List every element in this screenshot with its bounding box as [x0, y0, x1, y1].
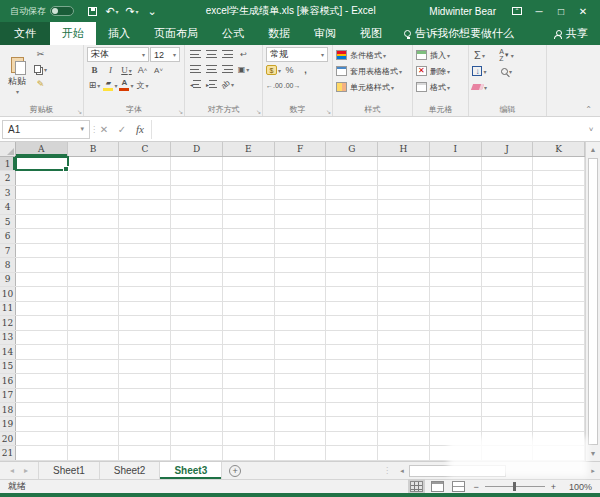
row-header-5[interactable]: 5 — [0, 215, 16, 228]
cell-G21[interactable] — [326, 446, 378, 459]
page-break-view-button[interactable] — [452, 481, 465, 492]
cell-A14[interactable] — [16, 345, 68, 358]
cell-K13[interactable] — [533, 331, 585, 344]
enter-button[interactable]: ✓ — [113, 124, 131, 135]
increase-decimal-button[interactable]: ←.00 — [266, 78, 283, 92]
cell-C5[interactable] — [119, 215, 171, 228]
scroll-right-icon[interactable]: ▸ — [586, 467, 600, 475]
cell-I5[interactable] — [430, 215, 482, 228]
prev-sheet-icon[interactable]: ◂ — [10, 466, 14, 475]
cell-H20[interactable] — [378, 432, 430, 445]
ribbon-display-options-button[interactable]: ⌃ — [506, 3, 528, 19]
cell-B5[interactable] — [68, 215, 120, 228]
cell-K19[interactable] — [533, 417, 585, 430]
cell-K4[interactable] — [533, 200, 585, 213]
cell-D2[interactable] — [171, 171, 223, 184]
cell-C7[interactable] — [119, 244, 171, 257]
column-header-F[interactable]: F — [275, 142, 327, 156]
cell-A7[interactable] — [16, 244, 68, 257]
cell-G2[interactable] — [326, 171, 378, 184]
cell-I2[interactable] — [430, 171, 482, 184]
cell-B3[interactable] — [68, 186, 120, 199]
cell-E5[interactable] — [223, 215, 275, 228]
cell-F1[interactable] — [275, 157, 327, 170]
phonetic-guide-button[interactable]: 文 — [135, 78, 150, 92]
cell-G19[interactable] — [326, 417, 378, 430]
column-header-H[interactable]: H — [378, 142, 430, 156]
vertical-scrollbar[interactable]: ▲ ▼ — [585, 142, 600, 461]
cell-H13[interactable] — [378, 331, 430, 344]
align-right-button[interactable] — [220, 62, 235, 76]
cell-B19[interactable] — [68, 417, 120, 430]
align-middle-button[interactable] — [204, 47, 219, 61]
cell-H7[interactable] — [378, 244, 430, 257]
cell-A19[interactable] — [16, 417, 68, 430]
account-name[interactable]: Midwinter Bear — [429, 6, 496, 17]
cell-E4[interactable] — [223, 200, 275, 213]
cell-F10[interactable] — [275, 287, 327, 300]
cell-D14[interactable] — [171, 345, 223, 358]
cell-K1[interactable] — [533, 157, 585, 170]
cell-G12[interactable] — [326, 316, 378, 329]
underline-button[interactable]: U — [119, 63, 134, 77]
cell-B16[interactable] — [68, 374, 120, 387]
decrease-indent-button[interactable]: ◂ — [188, 77, 203, 91]
formula-bar-expand-button[interactable]: ˅ — [584, 125, 598, 134]
select-all-corner[interactable] — [0, 142, 16, 156]
cell-H8[interactable] — [378, 258, 430, 271]
align-bottom-button[interactable] — [220, 47, 235, 61]
zoom-slider[interactable] — [485, 486, 545, 487]
cell-A15[interactable] — [16, 360, 68, 373]
cell-G7[interactable] — [326, 244, 378, 257]
cell-A6[interactable] — [16, 229, 68, 242]
cell-I15[interactable] — [430, 360, 482, 373]
normal-view-button[interactable] — [410, 481, 423, 492]
cell-K9[interactable] — [533, 273, 585, 286]
row-header-15[interactable]: 15 — [0, 360, 16, 373]
cell-B21[interactable] — [68, 446, 120, 459]
cell-H18[interactable] — [378, 403, 430, 416]
cell-K11[interactable] — [533, 302, 585, 315]
cell-E2[interactable] — [223, 171, 275, 184]
cell-A21[interactable] — [16, 446, 68, 459]
cell-D9[interactable] — [171, 273, 223, 286]
cell-styles-button[interactable]: 单元格样式 — [336, 79, 409, 95]
cell-F12[interactable] — [275, 316, 327, 329]
sort-filter-button[interactable]: AZ▼ — [499, 48, 514, 62]
cell-D3[interactable] — [171, 186, 223, 199]
cell-I11[interactable] — [430, 302, 482, 315]
row-header-10[interactable]: 10 — [0, 287, 16, 300]
cell-K2[interactable] — [533, 171, 585, 184]
cell-E16[interactable] — [223, 374, 275, 387]
tab-视图[interactable]: 视图 — [348, 22, 394, 45]
cell-G13[interactable] — [326, 331, 378, 344]
zoom-out-button[interactable]: − — [473, 482, 478, 492]
cell-D21[interactable] — [171, 446, 223, 459]
cell-F14[interactable] — [275, 345, 327, 358]
name-box-dropdown-icon[interactable]: ▾ — [80, 125, 84, 133]
cell-H21[interactable] — [378, 446, 430, 459]
cell-A12[interactable] — [16, 316, 68, 329]
cancel-button[interactable]: ✕ — [95, 124, 113, 135]
cell-D18[interactable] — [171, 403, 223, 416]
format-painter-button[interactable]: ✎ — [33, 77, 48, 91]
cell-E18[interactable] — [223, 403, 275, 416]
cell-G18[interactable] — [326, 403, 378, 416]
autosum-button[interactable]: Σ — [472, 48, 487, 62]
cell-H2[interactable] — [378, 171, 430, 184]
cell-G6[interactable] — [326, 229, 378, 242]
cell-E3[interactable] — [223, 186, 275, 199]
cell-J2[interactable] — [482, 171, 534, 184]
cell-H9[interactable] — [378, 273, 430, 286]
cell-K17[interactable] — [533, 389, 585, 402]
font-size-combo[interactable]: 12 — [150, 47, 180, 62]
cell-D15[interactable] — [171, 360, 223, 373]
cell-F20[interactable] — [275, 432, 327, 445]
orientation-button[interactable]: ab — [220, 77, 235, 91]
cell-G3[interactable] — [326, 186, 378, 199]
cell-D6[interactable] — [171, 229, 223, 242]
cell-E10[interactable] — [223, 287, 275, 300]
format-cells-button[interactable]: 格式 — [416, 79, 465, 95]
cell-J7[interactable] — [482, 244, 534, 257]
cell-A4[interactable] — [16, 200, 68, 213]
